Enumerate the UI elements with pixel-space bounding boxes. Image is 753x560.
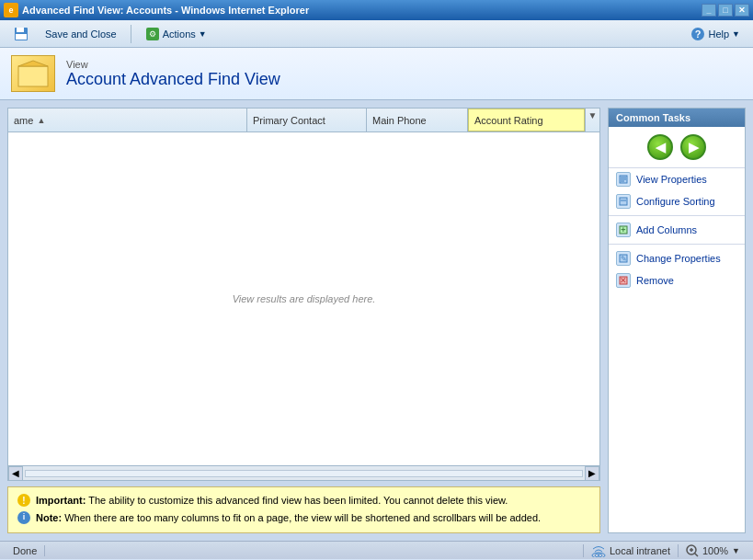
window-controls: _ □ ✕ [702,4,749,17]
task-add-columns-label: Add Columns [636,224,697,235]
warning-row: ! Important: The ability to customize th… [17,493,590,509]
info-icon: i [17,511,30,524]
sort-arrow: ▲ [37,116,45,125]
note-message: Note: When there are too many columns to… [36,510,541,526]
grid-container: ame ▲ Primary Contact Main Phone Account… [7,108,600,481]
warning-text: The ability to customize this advanced f… [86,495,508,506]
title-bar: e Advanced Find View: Accounts - Windows… [0,0,753,20]
info-box: ! Important: The ability to customize th… [7,486,600,533]
task-configure-sorting[interactable]: Configure Sorting [609,190,745,212]
svg-rect-1 [17,28,24,32]
note-row: i Note: When there are too many columns … [17,510,590,526]
toolbar: Save and Close ⚙ Actions ▼ ? Help ▼ [0,20,753,48]
grid-header: ame ▲ Primary Contact Main Phone Account… [8,109,599,132]
help-button[interactable]: ? Help ▼ [685,25,746,43]
nav-back-button[interactable]: ◀ [647,134,673,160]
save-icon [7,24,35,44]
common-tasks-header: Common Tasks [609,109,745,127]
help-arrow: ▼ [732,29,740,39]
svg-text:+: + [621,225,625,234]
scroll-right-button[interactable]: ▶ [585,466,599,481]
task-view-properties[interactable]: View Properties [609,168,745,190]
header-text: View Account Advanced Find View [66,59,280,89]
main-content: ame ▲ Primary Contact Main Phone Account… [0,100,753,541]
save-close-button[interactable]: Save and Close [39,26,123,42]
window-title: Advanced Find View: Accounts - Windows I… [22,5,702,16]
minimize-button[interactable]: _ [702,4,716,17]
task-view-properties-label: View Properties [636,174,707,185]
grid-scrollbar: ◀ ▶ [8,465,599,480]
column-header-account-rating[interactable]: Account Rating [468,109,585,131]
svg-text:✕: ✕ [620,276,627,285]
task-change-properties-label: Change Properties [636,253,721,264]
toolbar-separator [131,25,131,43]
restore-button[interactable]: □ [718,4,733,17]
svg-marker-8 [18,61,48,66]
app-icon: e [4,3,18,17]
zoom-label: 100% [702,545,728,556]
task-remove-label: Remove [636,275,674,286]
note-bold: Note: [36,512,62,523]
header-area: View Account Advanced Find View [0,48,753,100]
warning-icon: ! [17,494,30,507]
svg-rect-13 [620,198,627,205]
svg-text:?: ? [695,29,702,40]
view-label: View [66,59,280,70]
grid-body: View results are displayed here. [8,132,599,465]
nav-forward-button[interactable]: ▶ [680,134,706,160]
scroll-left-button[interactable]: ◀ [8,466,23,481]
view-title: Account Advanced Find View [66,70,280,89]
view-properties-icon [616,172,631,187]
network-label: Local intranet [610,545,670,556]
close-button[interactable]: ✕ [735,4,749,17]
left-panel: ame ▲ Primary Contact Main Phone Account… [7,108,600,533]
status-done: Done [6,545,45,556]
status-bar: Done Local intranet 100% ▼ [0,541,753,559]
svg-rect-7 [18,66,48,86]
task-configure-sorting-label: Configure Sorting [636,196,715,207]
task-add-columns[interactable]: + Add Columns [609,219,745,241]
grid-scroll-right[interactable]: ▼ [585,109,599,131]
task-divider-1 [609,215,745,216]
svg-line-25 [694,553,698,556]
svg-text:✎: ✎ [621,255,627,263]
note-text: When there are too many columns to fit o… [62,512,541,523]
nav-buttons: ◀ ▶ [609,127,745,168]
task-divider-2 [609,244,745,245]
empty-message: View results are displayed here. [233,293,376,304]
task-change-properties[interactable]: ✎ Change Properties [609,247,745,269]
remove-icon: ✕ [616,273,631,288]
warning-bold: Important: [36,495,86,506]
common-tasks-panel: Common Tasks ◀ ▶ View Properties Configu… [608,108,746,533]
svg-text:⚙: ⚙ [149,29,156,39]
task-remove[interactable]: ✕ Remove [609,269,745,291]
status-zoom[interactable]: 100% ▼ [678,544,747,557]
column-header-name[interactable]: ame ▲ [8,109,247,131]
column-header-main-phone[interactable]: Main Phone [367,109,468,131]
warning-message: Important: The ability to customize this… [36,493,508,509]
scroll-track[interactable] [25,470,583,477]
configure-sorting-icon [616,194,631,209]
actions-button[interactable]: ⚙ Actions ▼ [139,24,213,44]
header-icon [11,55,55,92]
column-header-primary-contact[interactable]: Primary Contact [247,109,367,131]
svg-rect-2 [16,34,27,40]
zoom-arrow: ▼ [732,546,740,555]
actions-arrow: ▼ [199,29,207,39]
svg-point-23 [598,554,599,556]
change-properties-icon: ✎ [616,251,631,266]
add-columns-icon: + [616,223,631,237]
status-network: Local intranet [583,544,678,557]
